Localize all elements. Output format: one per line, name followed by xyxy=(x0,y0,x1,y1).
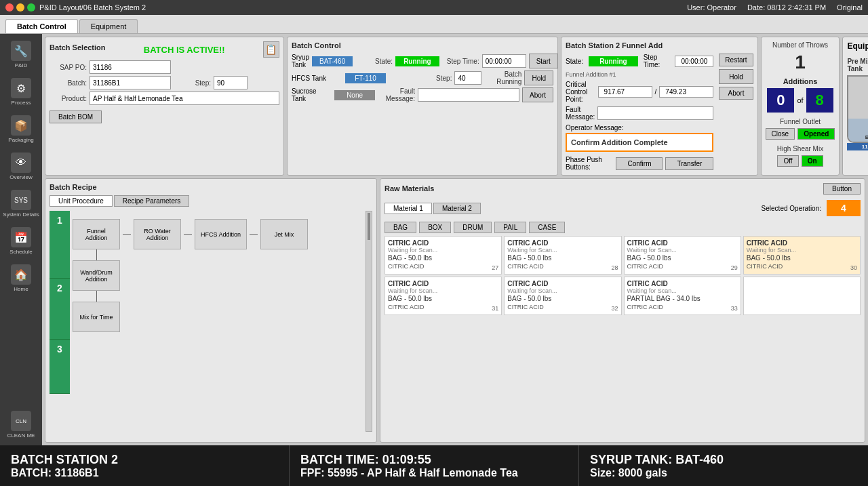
recipe-tab-unit[interactable]: Unit Procedure xyxy=(50,195,113,207)
batch-recipe-title: Batch Recipe xyxy=(50,183,372,191)
batch-control-panel: Batch Control Sryup Tank BAT-460 State: … xyxy=(287,37,558,176)
bc-steptime-input[interactable] xyxy=(482,54,526,68)
station-steptime-label: Step Time: xyxy=(644,54,670,68)
filter-bag[interactable]: BAG xyxy=(384,222,416,233)
hsx-on-button[interactable]: On xyxy=(802,155,823,167)
syrup-tank-tag[interactable]: BAT-460 xyxy=(312,56,353,66)
fault-input[interactable] xyxy=(597,106,713,120)
bc-state-val: Running xyxy=(395,56,439,66)
status-col1-line1: BATCH STATION 2 xyxy=(11,453,278,467)
station-hold-button[interactable]: Hold xyxy=(719,69,753,84)
syrup-tank-label: Sryup Tank xyxy=(292,54,309,68)
vert-connector-1 xyxy=(96,249,97,260)
step-num-2: 2 xyxy=(50,279,70,340)
sidebar-item-system-details[interactable]: SYS System Details xyxy=(0,186,42,222)
batch-row: Batch: Step: xyxy=(50,76,279,89)
ccp-val2[interactable] xyxy=(659,86,713,98)
batch-recipe-panel: Batch Recipe Unit Procedure Recipe Param… xyxy=(45,178,377,443)
step-num-3: 3 xyxy=(50,340,70,394)
step-input[interactable] xyxy=(214,76,248,89)
tab-equipment[interactable]: Equipment xyxy=(79,19,138,33)
phase-row: Phase Push Buttons: Confirm Transfer xyxy=(566,156,713,171)
opened-outlet-button[interactable]: Opened xyxy=(797,128,835,140)
sidebar-item-overview[interactable]: 👁 Overview xyxy=(0,148,42,184)
station-state-row: State: Running Step Time: 00:00:00 xyxy=(566,54,713,68)
batch-input[interactable] xyxy=(90,76,171,89)
station-steptime-val: 00:00:00 xyxy=(675,56,713,67)
mat-status: Waiting for Scan... xyxy=(627,287,738,294)
filter-case[interactable]: CASE xyxy=(529,222,565,233)
maximize-window-btn[interactable] xyxy=(27,3,35,12)
bc-step-input[interactable] xyxy=(454,71,481,85)
original-label: Original xyxy=(837,3,863,12)
batch-control-title: Batch Control xyxy=(292,41,553,49)
close-outlet-button[interactable]: Close xyxy=(766,128,795,140)
restart-button[interactable]: Restart xyxy=(719,54,753,66)
sucrose-tank-tag[interactable]: None xyxy=(334,90,375,100)
sap-po-input[interactable] xyxy=(90,60,171,74)
mat-item-name: CITRIC ACID xyxy=(507,280,618,287)
top-row: Batch Selection BATCH IS ACTIVE!! 📋 SAP … xyxy=(45,37,865,176)
filter-drum[interactable]: DRUM xyxy=(454,222,492,233)
start-button[interactable]: Start xyxy=(529,54,558,68)
mat-type: CITRIC ACID xyxy=(507,263,544,271)
batch-bom-button[interactable]: Batch BOM xyxy=(50,110,102,123)
sidebar-item-packaging[interactable]: 📦 Packaging xyxy=(0,111,42,147)
tab-batch-control[interactable]: Batch Control xyxy=(5,19,78,33)
station-buttons: Restart Hold Abort xyxy=(719,54,753,171)
material-1-tab[interactable]: Material 1 xyxy=(384,203,432,214)
high-shear-mix: High Shear Mix Off On xyxy=(766,145,835,167)
sidebar-label-process: Process xyxy=(12,100,31,106)
mat-type: CITRIC ACID xyxy=(627,263,664,271)
recipe-scrollbar[interactable] xyxy=(366,211,372,432)
sidebar-item-schedule[interactable]: 📅 Schedule xyxy=(0,223,42,259)
transfer-button[interactable]: Transfer xyxy=(665,157,713,170)
hfcs-tank-tag[interactable]: FT-110 xyxy=(345,73,386,83)
sidebar-item-process[interactable]: ⚙ Process xyxy=(0,74,42,110)
hsx-row: Off On xyxy=(766,155,835,167)
home-icon: 🏠 xyxy=(11,264,31,285)
filter-pail[interactable]: PAIL xyxy=(494,222,526,233)
close-window-btn[interactable] xyxy=(5,3,14,12)
hsx-off-button[interactable]: Off xyxy=(777,155,798,167)
throws-val: 1 xyxy=(766,52,835,73)
batch-station-title: Batch Station 2 Funnel Add xyxy=(566,41,753,49)
title-bar: P&ID Layout/06 Batch System 2 User: Oper… xyxy=(0,0,868,15)
ccp-val1[interactable] xyxy=(598,86,652,98)
window-controls[interactable] xyxy=(5,3,35,12)
packaging-icon: 📦 xyxy=(11,115,31,136)
mat-qty: BAG - 50.0 lbs xyxy=(627,254,738,262)
sidebar-label-overview: Overview xyxy=(9,174,32,180)
material-2-tab[interactable]: Material 2 xyxy=(433,203,481,214)
step1-row: FunnelAddition RO WaterAddition HFCS Add… xyxy=(73,214,363,249)
tab-bar: Batch Control Equipment xyxy=(0,15,868,34)
sidebar-label-home: Home xyxy=(14,286,28,292)
status-segment-3: SYRUP TANK: BAT-460 Size: 8000 gals xyxy=(579,445,868,486)
mat-type: CITRIC ACID xyxy=(747,263,783,271)
hfcs-tank-label: HFCS Tank xyxy=(292,75,342,82)
abort-button[interactable]: Abort xyxy=(522,87,553,102)
status-bar: BATCH STATION 2 BATCH: 31186B1 BATCH TIM… xyxy=(0,445,868,486)
premix-tank-graphic: BT-2 xyxy=(847,75,868,143)
hold-button[interactable]: Hold xyxy=(524,70,553,85)
batch-clipboard-icon[interactable]: 📋 xyxy=(263,41,279,58)
fault-row: Fault Message: xyxy=(566,106,713,121)
of-label: of xyxy=(797,96,803,104)
station-abort-button[interactable]: Abort xyxy=(719,87,753,100)
minimize-window-btn[interactable] xyxy=(16,3,24,12)
product-input[interactable] xyxy=(90,92,279,105)
mat-num: 31 xyxy=(492,305,498,312)
confirm-button[interactable]: Confirm xyxy=(616,157,663,170)
filter-box[interactable]: BOX xyxy=(419,222,451,233)
recipe-tab-params[interactable]: Recipe Parameters xyxy=(114,195,190,207)
raw-mat-button[interactable]: Button xyxy=(823,183,861,195)
bc-fault-input[interactable] xyxy=(418,88,519,102)
connector1 xyxy=(123,234,131,235)
sidebar-item-home[interactable]: 🏠 Home xyxy=(0,260,42,296)
mat-type: CITRIC ACID xyxy=(388,263,425,271)
mat-num: 33 xyxy=(731,305,738,312)
sidebar-item-clean-me[interactable]: CLN CLEAN ME xyxy=(0,407,42,443)
sidebar-item-pid[interactable]: 🔧 P&ID xyxy=(0,37,42,73)
batch-active-label: BATCH IS ACTIVE!! xyxy=(144,45,225,55)
additions-current: 0 xyxy=(767,88,794,113)
